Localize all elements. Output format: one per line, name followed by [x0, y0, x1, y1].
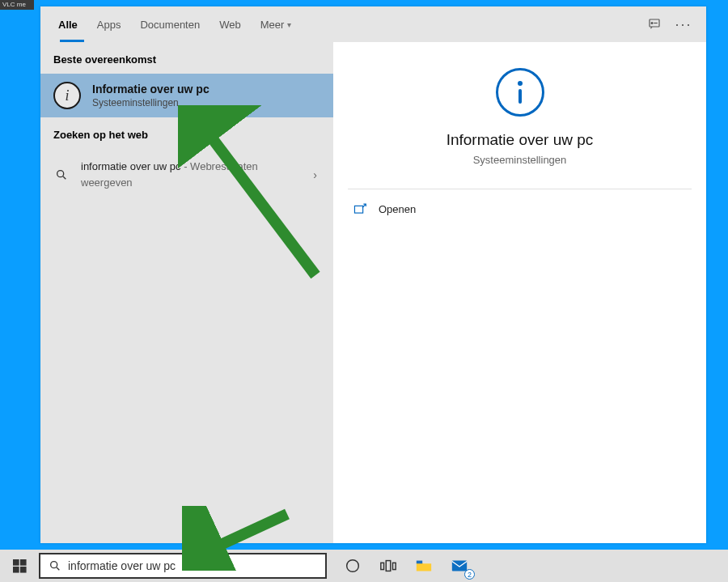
chevron-right-icon: ›: [313, 168, 320, 181]
result-detail-pane: Informatie over uw pc Systeeminstellinge…: [333, 42, 706, 543]
svg-point-1: [651, 23, 653, 24]
open-action[interactable]: Openen: [333, 189, 706, 228]
svg-rect-13: [386, 561, 391, 571]
open-label: Openen: [379, 203, 416, 215]
taskbar: 2: [0, 550, 728, 582]
svg-rect-7: [13, 566, 19, 572]
background-window-title: VLC me: [0, 0, 34, 10]
info-icon: i: [53, 82, 81, 109]
feedback-icon[interactable]: [640, 10, 669, 39]
tab-meer[interactable]: Meer▾: [251, 6, 302, 42]
result-title: Informatie over uw pc: [92, 83, 210, 96]
search-icon: [53, 167, 70, 183]
best-match-header: Beste overeenkomst: [40, 42, 333, 74]
svg-line-3: [63, 176, 66, 179]
web-result[interactable]: informatie over uw pc - Webresultaten we…: [40, 149, 333, 200]
svg-point-9: [51, 562, 57, 568]
cortana-icon[interactable]: [335, 550, 370, 582]
mail-badge: 2: [464, 569, 475, 580]
tab-apps[interactable]: Apps: [87, 6, 131, 42]
svg-rect-5: [13, 559, 19, 566]
start-button[interactable]: [0, 550, 39, 582]
best-match-result[interactable]: i Informatie over uw pc Systeeminstellin…: [40, 74, 333, 117]
file-explorer-icon[interactable]: [406, 550, 442, 582]
svg-point-2: [57, 170, 64, 176]
mail-icon[interactable]: 2: [442, 550, 477, 582]
search-icon: [49, 559, 61, 572]
svg-point-11: [347, 560, 359, 572]
web-result-text: informatie over uw pc - Webresultaten we…: [81, 159, 302, 190]
chevron-down-icon: ▾: [287, 20, 291, 29]
tab-documenten[interactable]: Documenten: [130, 6, 210, 42]
svg-rect-16: [452, 561, 467, 571]
svg-line-10: [57, 567, 59, 570]
tab-alle[interactable]: Alle: [49, 6, 87, 42]
svg-rect-4: [354, 206, 362, 213]
taskbar-search-input[interactable]: [68, 559, 317, 572]
search-results-panel: Alle Apps Documenten Web Meer▾ ··· Beste…: [40, 6, 706, 543]
svg-rect-14: [393, 563, 396, 569]
detail-subtitle: Systeeminstellingen: [473, 154, 567, 166]
more-options-icon[interactable]: ···: [669, 10, 698, 39]
svg-rect-8: [19, 566, 26, 572]
svg-rect-12: [381, 563, 384, 569]
search-scope-tabs: Alle Apps Documenten Web Meer▾ ···: [40, 6, 706, 42]
taskbar-search[interactable]: [39, 553, 327, 579]
web-search-header: Zoeken op het web: [40, 117, 333, 149]
detail-title: Informatie over uw pc: [447, 131, 594, 149]
svg-rect-6: [19, 559, 26, 566]
tab-web[interactable]: Web: [210, 6, 251, 42]
results-list: Beste overeenkomst i Informatie over uw …: [40, 42, 333, 543]
open-icon: [353, 202, 367, 215]
svg-rect-15: [417, 561, 422, 564]
info-icon: [496, 68, 544, 117]
task-view-icon[interactable]: [370, 550, 406, 582]
result-subtitle: Systeeminstellingen: [92, 97, 210, 108]
